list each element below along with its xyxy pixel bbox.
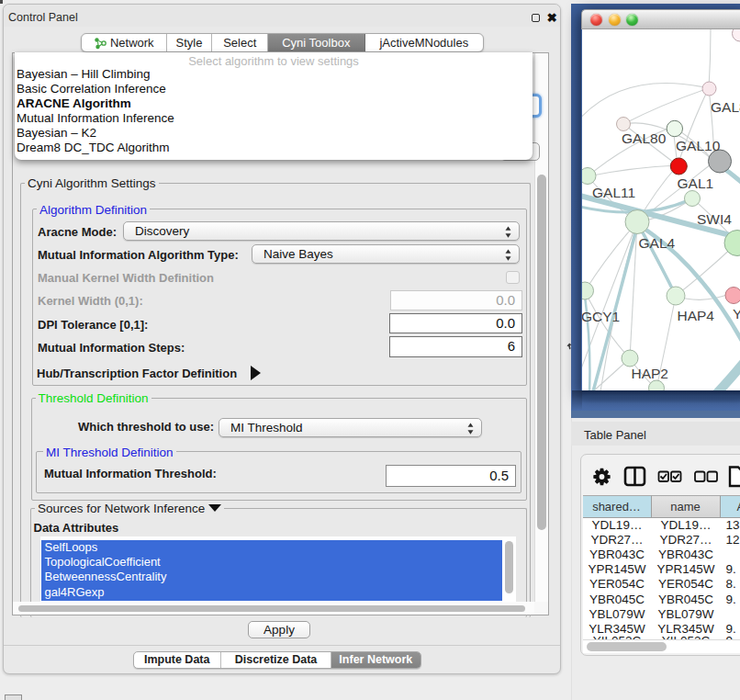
svg-text:GAL80: GAL80 [622, 130, 667, 146]
svg-text:Y: Y [733, 306, 740, 322]
svg-text:GAL10: GAL10 [676, 137, 721, 152]
svg-text:HAP4: HAP4 [678, 308, 715, 323]
svg-text:GAL8: GAL8 [711, 99, 740, 115]
svg-text:GAL4: GAL4 [639, 235, 676, 251]
svg-text:GCY1: GCY1 [582, 309, 620, 324]
svg-text:HAP2: HAP2 [632, 366, 669, 381]
svg-text:SWI4: SWI4 [697, 211, 732, 227]
svg-text:GAL11: GAL11 [592, 185, 635, 200]
svg-text:GAL1: GAL1 [678, 175, 714, 191]
